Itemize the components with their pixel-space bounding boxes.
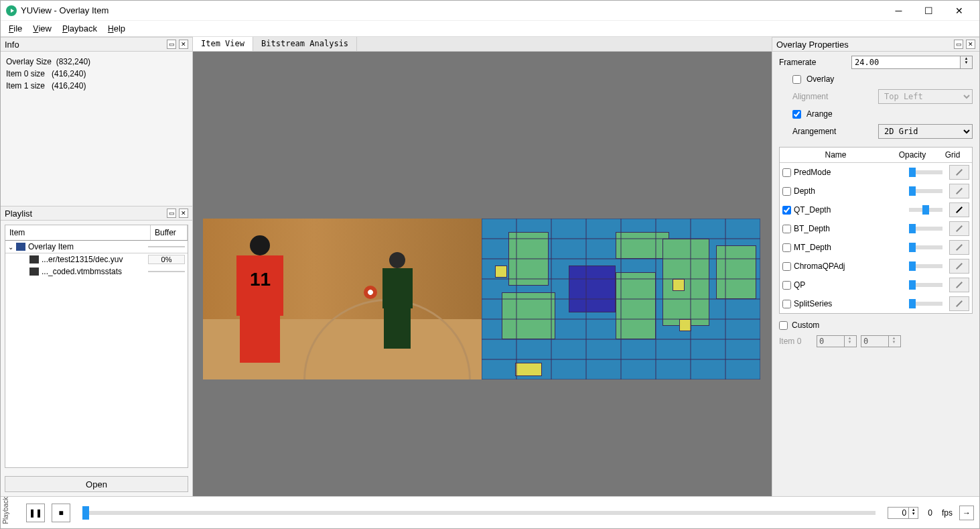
framerate-input[interactable] — [851, 56, 961, 69]
edit-button-PredMode[interactable] — [949, 165, 969, 180]
fps-label: fps — [942, 508, 953, 518]
tab-item-view[interactable]: Item View — [193, 37, 253, 51]
opacity-slider-QT_Depth[interactable] — [909, 208, 942, 212]
playlist-col-buffer: Buffer — [151, 225, 188, 240]
tab-bar: Item View Bitstream Analysis — [193, 37, 772, 52]
edit-button-QT_Depth[interactable] — [949, 202, 969, 217]
edit-button-QP[interactable] — [949, 278, 969, 292]
arangement-label: Arangement — [792, 127, 873, 136]
info-undock-button[interactable]: ▭ — [167, 40, 176, 49]
overlay-image: 11 — [203, 219, 760, 379]
overlay-check-PredMode[interactable] — [782, 168, 791, 177]
overlay-check-SplitSeries[interactable] — [782, 300, 791, 308]
framerate-spinner[interactable]: ▲▼ — [961, 56, 973, 69]
overlay-list: Name Opacity Grid PredMode Depth QT_Dept… — [779, 147, 973, 314]
root-buffer — [148, 246, 185, 247]
custom-checkbox[interactable] — [779, 321, 788, 330]
framerate-label: Framerate — [779, 58, 846, 67]
arangement-select[interactable]: 2D Grid — [878, 124, 973, 139]
edit-button-Depth[interactable] — [949, 184, 969, 198]
title-bar: YUView - Overlay Item ─ ☐ ✕ — [1, 1, 979, 21]
playlist-item-1[interactable]: ..._coded.vtmbmsstats — [42, 267, 122, 276]
overlay-name-PredMode: PredMode — [794, 168, 831, 177]
col-grid: Grid — [936, 150, 969, 160]
info-title: Info — [5, 40, 164, 50]
pause-button[interactable]: ❚❚ — [26, 504, 45, 522]
playlist-col-item: Item — [5, 225, 151, 240]
opacity-slider-QP[interactable] — [909, 283, 942, 287]
info-close-button[interactable]: ✕ — [179, 40, 188, 49]
opacity-slider-BT_Depth[interactable] — [909, 227, 942, 231]
overlay-name-QP: QP — [794, 280, 805, 290]
alignment-label: Alignment — [792, 92, 873, 101]
overlay-check-BT_Depth[interactable] — [782, 225, 791, 233]
buffer-0: 0% — [148, 255, 185, 264]
expand-icon[interactable]: ⌄ — [8, 243, 13, 251]
menu-help[interactable]: Help — [108, 23, 125, 34]
custom-label: Custom — [792, 320, 819, 330]
app-icon — [6, 5, 17, 16]
buffer-1 — [148, 271, 185, 272]
opacity-slider-PredMode[interactable] — [909, 170, 942, 174]
overlay-checkbox[interactable] — [792, 75, 801, 84]
overlay-check-ChromaQPAdj[interactable] — [782, 262, 791, 271]
overlay-check-QT_Depth[interactable] — [782, 206, 791, 215]
alignment-select: Top Left — [878, 89, 973, 104]
menu-playback[interactable]: Playback — [62, 23, 97, 34]
menu-view[interactable]: View — [33, 23, 52, 34]
minimize-button[interactable]: ─ — [884, 1, 914, 21]
window-title: YUView - Overlay Item — [21, 5, 884, 15]
video-frame: 11 — [203, 219, 482, 379]
item0-label: Item 0 — [779, 337, 813, 346]
overlay-name-QT_Depth: QT_Depth — [794, 205, 831, 215]
stats-icon — [29, 268, 39, 276]
playlist-undock-button[interactable]: ▭ — [167, 209, 176, 218]
opacity-slider-MT_Depth[interactable] — [909, 245, 942, 249]
overlay-name-SplitSeries: SplitSeries — [794, 299, 832, 308]
properties-header: Overlay Properties ▭ ✕ — [772, 37, 979, 52]
overlay-name-Depth: Depth — [794, 186, 815, 196]
overlay-name-BT_Depth: BT_Depth — [794, 224, 830, 233]
repeat-button[interactable]: → — [959, 506, 974, 520]
item0-a-input — [817, 336, 844, 347]
playlist-title: Playlist — [5, 209, 164, 219]
maximize-button[interactable]: ☐ — [914, 1, 944, 21]
opacity-slider-SplitSeries[interactable] — [909, 302, 942, 306]
arange-checkbox[interactable] — [792, 110, 801, 119]
opacity-slider-Depth[interactable] — [909, 189, 942, 193]
properties-close-button[interactable]: ✕ — [966, 40, 975, 49]
overlay-check-QP[interactable] — [782, 281, 791, 290]
edit-button-MT_Depth[interactable] — [949, 240, 969, 255]
stop-button[interactable]: ■ — [52, 504, 70, 522]
viewport[interactable]: 11 — [193, 52, 772, 496]
item0-b-input — [861, 336, 888, 347]
playlist-tree[interactable]: Item Buffer ⌄ Overlay Item ...er/test213… — [5, 225, 188, 468]
frame-count: 0 — [928, 508, 932, 518]
tab-bitstream[interactable]: Bitstream Analysis — [253, 37, 357, 51]
opacity-slider-ChromaQPAdj[interactable] — [909, 264, 942, 268]
overlay-label: Overlay — [807, 74, 834, 84]
overlay-name-MT_Depth: MT_Depth — [794, 243, 831, 252]
info-body: Overlay Size (832,240) Item 0 size (416,… — [1, 52, 192, 206]
frame-spinner[interactable]: ▲▼ — [908, 508, 918, 518]
col-name: Name — [782, 150, 889, 160]
playlist-item-0[interactable]: ...er/test21315/dec.yuv — [42, 255, 123, 264]
menu-file[interactable]: File — [9, 23, 22, 34]
playback-title: Playback — [2, 497, 9, 524]
frame-input[interactable] — [888, 508, 908, 518]
playlist-root[interactable]: Overlay Item — [28, 242, 74, 251]
partition-grid — [482, 219, 760, 379]
properties-title: Overlay Properties — [776, 40, 951, 50]
edit-button-SplitSeries[interactable] — [949, 296, 969, 311]
close-button[interactable]: ✕ — [944, 1, 974, 21]
overlay-check-Depth[interactable] — [782, 187, 791, 196]
menu-bar: File View Playback Help — [1, 21, 979, 37]
edit-button-ChromaQPAdj[interactable] — [949, 259, 969, 274]
properties-undock-button[interactable]: ▭ — [954, 40, 963, 49]
overlay-name-ChromaQPAdj: ChromaQPAdj — [794, 261, 845, 271]
open-button[interactable]: Open — [5, 476, 188, 492]
playlist-close-button[interactable]: ✕ — [179, 209, 188, 218]
overlay-check-MT_Depth[interactable] — [782, 243, 791, 252]
frame-slider[interactable] — [82, 511, 876, 515]
edit-button-BT_Depth[interactable] — [949, 221, 969, 236]
